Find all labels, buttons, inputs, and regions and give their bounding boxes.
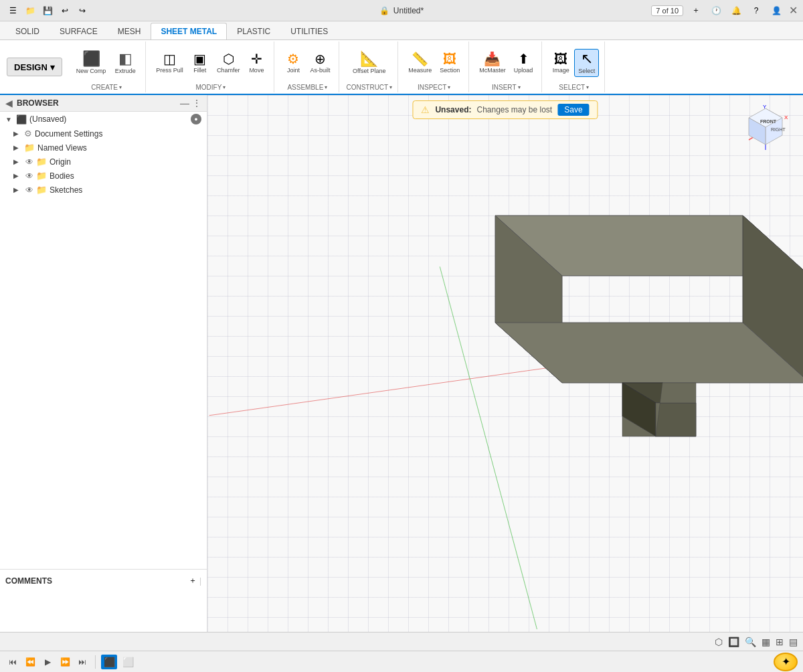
browser-back-icon[interactable]: ◀ xyxy=(5,98,13,108)
title-left: ☰ 📁 💾 ↩ ↪ xyxy=(5,3,90,18)
nav-prev-btn[interactable]: ⏪ xyxy=(23,655,37,669)
tab-plastic[interactable]: PLASTIC xyxy=(227,23,280,39)
btn-upload[interactable]: ⬆ Upload xyxy=(511,50,537,76)
modify-buttons: ◫ Press Pull ▣ Fillet ⬡ Chamfer ✛ Move xyxy=(153,43,268,82)
construct-group-label[interactable]: CONSTRUCT ▾ xyxy=(346,82,392,91)
assist-button[interactable]: ✦ xyxy=(774,653,798,671)
cube-gizmo[interactable]: FRONT RIGHT Y X xyxy=(739,103,792,157)
bodies-label: Bodies xyxy=(50,171,74,181)
tab-utilities[interactable]: UTILITIES xyxy=(280,23,338,39)
tab-sheet-metal[interactable]: SHEET METAL xyxy=(151,23,227,39)
redo-icon[interactable]: ↪ xyxy=(75,3,90,18)
btn-chamfer[interactable]: ⬡ Chamfer xyxy=(213,50,244,76)
btn-measure[interactable]: 📏 Measure xyxy=(405,50,435,76)
fillet-icon: ▣ xyxy=(193,52,206,66)
help-icon[interactable]: ? xyxy=(749,3,764,18)
nav-play-btn[interactable]: ▶ xyxy=(40,655,55,669)
insert-group-label[interactable]: INSERT ▾ xyxy=(492,82,521,91)
origin-visibility-icon[interactable]: 👁 xyxy=(25,157,33,167)
btn-select[interactable]: ↖ Select xyxy=(574,49,599,77)
section-label: Section xyxy=(440,67,460,74)
bell-icon[interactable]: 🔔 xyxy=(729,3,743,18)
clock-icon[interactable]: 🕐 xyxy=(709,3,723,18)
origin-label: Origin xyxy=(50,157,71,167)
btn-fillet[interactable]: ▣ Fillet xyxy=(188,50,212,76)
tab-counter[interactable]: 7 of 10 xyxy=(651,5,683,16)
group-modify: ◫ Press Pull ▣ Fillet ⬡ Chamfer ✛ Move M… xyxy=(147,41,274,92)
menu-icon[interactable]: ☰ xyxy=(5,3,20,18)
comments-divider: | xyxy=(199,576,201,586)
named-views-chevron: ▶ xyxy=(13,144,21,151)
zoom-in-icon[interactable]: 🔍 xyxy=(745,637,756,647)
tree-item-sketches[interactable]: ▶ 👁 📁 Sketches xyxy=(0,183,207,197)
viewport[interactable]: ⚠ Unsaved: Changes may be lost Save xyxy=(207,95,803,632)
bottom-toolbar: ⏮ ⏪ ▶ ⏩ ⏭ ⬛ ⬜ ✦ xyxy=(0,651,803,672)
sketches-icon: 📁 xyxy=(36,185,47,195)
nav-last-btn[interactable]: ⏭ xyxy=(75,655,90,669)
3d-model xyxy=(308,175,803,523)
display-mode-icon[interactable]: ▦ xyxy=(762,637,770,647)
image-label: Image xyxy=(553,67,569,74)
btn-extrude[interactable]: ◧ Extrude xyxy=(110,50,140,76)
measure-label: Measure xyxy=(408,67,432,74)
modify-group-label[interactable]: MODIFY ▾ xyxy=(195,82,226,91)
grid-icon[interactable]: ⊞ xyxy=(776,637,784,647)
user-icon[interactable]: 👤 xyxy=(769,3,784,18)
nav-next-btn[interactable]: ⏩ xyxy=(58,655,72,669)
save-icon[interactable]: 💾 xyxy=(40,3,55,18)
inspect-dropdown-icon: ▾ xyxy=(448,84,450,90)
doc-settings-label: Document Settings xyxy=(35,129,102,139)
btn-move[interactable]: ✛ Move xyxy=(244,50,268,76)
view-mode-solid[interactable]: ⬛ xyxy=(101,655,117,669)
files-icon[interactable]: 📁 xyxy=(23,3,37,18)
btn-new-component[interactable]: ⬛ New Comp xyxy=(73,50,110,76)
tab-mesh[interactable]: MESH xyxy=(108,23,151,39)
btn-as-built[interactable]: ⊕ As-built xyxy=(306,50,333,76)
group-inspect: 📏 Measure 🖼 Section INSPECT ▾ xyxy=(399,41,469,92)
nav-first-btn[interactable]: ⏮ xyxy=(5,655,20,669)
browser-settings-icon[interactable]: ⋮ xyxy=(192,98,201,108)
comments-add-icon[interactable]: ＋ xyxy=(189,575,197,586)
tree-item-named-views[interactable]: ▶ 📁 Named Views xyxy=(0,141,207,155)
tree-item-bodies[interactable]: ▶ 👁 📁 Bodies xyxy=(0,169,207,183)
btn-joint[interactable]: ⚙ Joint xyxy=(281,50,305,76)
add-tab-icon[interactable]: ＋ xyxy=(689,3,703,18)
undo-icon[interactable]: ↩ xyxy=(58,3,72,18)
browser-collapse-icon[interactable]: — xyxy=(180,98,189,108)
warning-icon: ⚠ xyxy=(421,104,430,115)
orbit-icon[interactable]: ⬡ xyxy=(715,637,723,647)
tab-surface[interactable]: SURFACE xyxy=(50,23,108,39)
btn-mcmaster[interactable]: 📥 McMaster xyxy=(476,50,509,76)
create-group-label[interactable]: CREATE ▾ xyxy=(91,82,122,91)
btn-image[interactable]: 🖼 Image xyxy=(549,50,573,76)
assist-icon: ✦ xyxy=(782,655,790,668)
save-button[interactable]: Save xyxy=(557,104,589,116)
inspect-group-label[interactable]: INSPECT ▾ xyxy=(418,82,450,91)
assemble-group-label[interactable]: ASSEMBLE ▾ xyxy=(287,82,327,91)
btn-section[interactable]: 🖼 Section xyxy=(436,50,463,76)
origin-chevron: ▶ xyxy=(13,158,21,165)
tree-item-origin[interactable]: ▶ 👁 📁 Origin xyxy=(0,155,207,169)
btn-press-pull[interactable]: ◫ Press Pull xyxy=(153,50,187,76)
view-settings-icon[interactable]: ▤ xyxy=(789,637,798,647)
named-views-icon: 📁 xyxy=(24,143,35,153)
chamfer-label: Chamfer xyxy=(217,67,240,74)
design-button[interactable]: DESIGN ▾ xyxy=(7,58,62,76)
svg-text:RIGHT: RIGHT xyxy=(771,127,786,132)
bodies-visibility-icon[interactable]: 👁 xyxy=(25,171,33,181)
tree-root[interactable]: ▼ ⬛ (Unsaved) ● xyxy=(0,112,207,127)
btn-construct[interactable]: 📐 Offset Plane xyxy=(349,50,389,76)
ribbon-toolbar: DESIGN ▾ ⬛ New Comp ◧ Extrude CREATE ▾ ◫… xyxy=(0,40,803,95)
view-mode-wireframe[interactable]: ⬜ xyxy=(120,655,136,669)
sketches-visibility-icon[interactable]: 👁 xyxy=(25,185,33,195)
status-icons: ⬡ 🔲 🔍 ▦ ⊞ ▤ xyxy=(715,637,798,647)
zoom-fit-icon[interactable]: 🔲 xyxy=(728,637,739,647)
title-bar: ☰ 📁 💾 ↩ ↪ 🔒 Untitled* 7 of 10 ＋ 🕐 🔔 ? 👤 … xyxy=(0,0,803,21)
tab-solid[interactable]: SOLID xyxy=(5,23,50,39)
create-buttons: ⬛ New Comp ◧ Extrude xyxy=(73,43,141,82)
bodies-icon: 📁 xyxy=(36,171,47,181)
close-button[interactable]: ✕ xyxy=(789,4,798,17)
select-icon: ↖ xyxy=(581,52,593,66)
select-group-label[interactable]: SELECT ▾ xyxy=(559,82,589,91)
tree-item-doc-settings[interactable]: ▶ ⚙ Document Settings xyxy=(0,127,207,141)
